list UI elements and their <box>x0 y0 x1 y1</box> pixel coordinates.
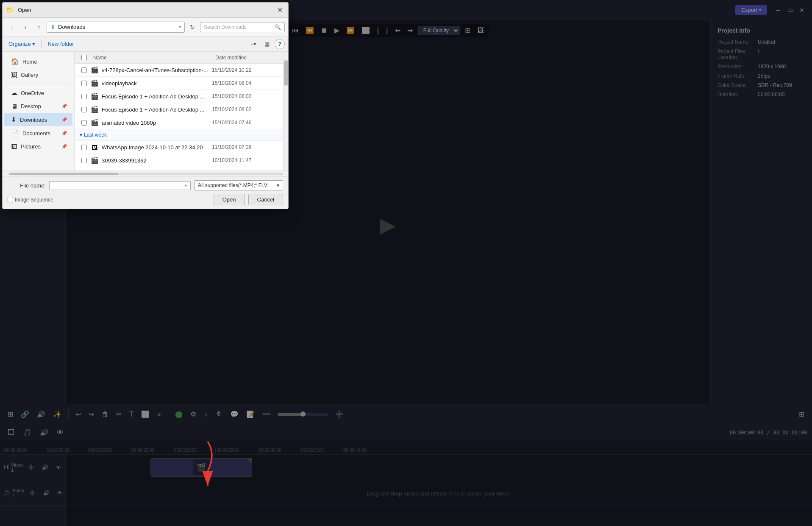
lw-checkbox-1[interactable] <box>81 158 87 163</box>
lw-file-icon-1: 🎬 <box>90 156 99 165</box>
cancel-button[interactable]: Cancel <box>248 194 283 205</box>
file-row-lw[interactable]: 🖼 WhatsApp Image 2024-10-10 at 22.34.20 … <box>75 141 283 154</box>
file-checkbox-2[interactable] <box>78 94 90 99</box>
header-name[interactable]: Name <box>90 52 212 63</box>
sidebar-item-onedrive[interactable]: ☁OneDrive <box>4 87 72 99</box>
checkbox-4[interactable] <box>81 120 87 126</box>
file-row[interactable]: 🎬 Focus Episode 1 + Addition Ad Desktop … <box>75 90 283 103</box>
sidebar-item-label: Home <box>22 59 37 65</box>
address-path[interactable]: ⬇ Downloads ▾ <box>47 22 185 33</box>
back-button[interactable]: ‹ <box>6 21 18 33</box>
sidebar-item-desktop[interactable]: 🖥Desktop📌 <box>4 100 72 112</box>
documents-icon: 📄 <box>11 129 19 137</box>
checkbox-0[interactable] <box>81 67 87 73</box>
lw-file-checkbox-1[interactable] <box>78 158 90 163</box>
file-name-chevron: ▾ <box>185 183 187 188</box>
sidebar-item-label: Gallery <box>21 72 38 78</box>
pin-icon: 📌 <box>61 131 67 136</box>
dialog-sidebar: 🏠Home🖼Gallery☁OneDrive🖥Desktop📌⬇Download… <box>3 52 75 171</box>
addr-path-chevron: ▾ <box>179 25 181 29</box>
file-checkbox-3[interactable] <box>78 107 90 112</box>
sidebar-item-label: OneDrive <box>21 90 44 96</box>
pane-toggle-btn[interactable]: ▦ <box>261 38 273 50</box>
lw-file-checkbox-0[interactable] <box>78 145 90 150</box>
file-row[interactable]: 🎬 Focus Episode 1 + Addition Ad Desktop … <box>75 103 283 116</box>
vertical-scrollbar[interactable] <box>283 52 288 171</box>
file-name-2: Focus Episode 1 + Addition Ad Desktop ..… <box>102 93 212 100</box>
help-button[interactable]: ? <box>275 39 285 49</box>
open-button[interactable]: Open <box>214 194 245 205</box>
sidebar-item-downloads[interactable]: ⬇Downloads📌 <box>4 113 72 126</box>
dialog-title-icon: 📁 <box>6 6 14 14</box>
section-chevron: ▾ <box>80 132 82 138</box>
sidebar-item-pictures[interactable]: 🖼Pictures📌 <box>4 140 72 153</box>
file-icon-3: 🎬 <box>90 105 99 114</box>
checkbox-1[interactable] <box>81 81 87 86</box>
sidebar-item-label: Documents <box>22 130 50 137</box>
lw-file-icon-0: 🖼 <box>90 143 99 152</box>
section-label: Last week <box>84 132 107 138</box>
sidebar-item-home[interactable]: 🏠Home <box>4 55 72 68</box>
dialog-overlay: 📁 Open ✕ ‹ › ↑ ⬇ Downloads ▾ ↻ Search Do… <box>0 0 812 526</box>
scrollbar-thumb[interactable] <box>284 60 288 86</box>
file-checkbox-1[interactable] <box>78 81 90 86</box>
header-date[interactable]: Date modified <box>212 52 280 63</box>
filelist-scroll[interactable]: 🎬 v4-728px-Cancel-an-iTunes-Subscription… <box>75 64 283 171</box>
dialog-title-text: Open <box>18 7 271 13</box>
refresh-button[interactable]: ↻ <box>186 21 198 33</box>
file-row[interactable]: 🎬 animated video 1080p 15/10/2024 07:46 <box>75 116 283 129</box>
image-sequence-checkbox[interactable]: Image Sequence <box>8 197 53 203</box>
pin-icon: 📌 <box>61 144 67 149</box>
file-checkbox-4[interactable] <box>78 120 90 126</box>
new-folder-button[interactable]: New folder <box>45 40 76 48</box>
file-name-0: v4-728px-Cancel-an-iTunes-Subscription-.… <box>102 67 212 73</box>
toolbar-right: ≡▾ ▦ ? <box>247 38 285 50</box>
file-row[interactable]: 🎬 v4-728px-Cancel-an-iTunes-Subscription… <box>75 64 283 77</box>
pin-icon: 📌 <box>61 117 67 123</box>
sidebar-item-gallery[interactable]: 🖼Gallery <box>4 69 72 81</box>
h-scrollbar-track[interactable] <box>10 173 281 175</box>
sidebar-divider <box>6 84 71 84</box>
select-all-checkbox[interactable] <box>81 55 87 60</box>
dialog-addressbar: ‹ › ↑ ⬇ Downloads ▾ ↻ Search Downloads 🔍 <box>3 18 288 36</box>
dialog-footer: File name: ▾ All supported files(*.MP4;*… <box>3 176 288 209</box>
sidebar-item-documents[interactable]: 📄Documents📌 <box>4 127 72 140</box>
dialog-body: 🏠Home🖼Gallery☁OneDrive🖥Desktop📌⬇Download… <box>3 52 288 171</box>
checkbox-2[interactable] <box>81 94 87 99</box>
h-scroll-right[interactable]: › <box>281 171 282 176</box>
search-box[interactable]: Search Downloads 🔍 <box>200 22 285 32</box>
up-button[interactable]: ↑ <box>33 21 45 33</box>
view-options-btn[interactable]: ≡▾ <box>247 38 259 50</box>
horizontal-scrollbar[interactable]: ‹ › <box>3 171 288 176</box>
forward-button[interactable]: › <box>19 21 31 33</box>
section-last-week[interactable]: ▾ Last week <box>75 129 283 141</box>
image-sequence-label: Image Sequence <box>15 197 53 203</box>
file-date-0: 15/10/2024 10:22 <box>212 67 280 73</box>
organize-button[interactable]: Organize ▾ <box>6 40 38 48</box>
file-name-3: Focus Episode 1 + Addition Ad Desktop ..… <box>102 106 212 113</box>
lw-file-name-0: WhatsApp Image 2024-10-10 at 22.34.20 <box>102 144 212 151</box>
image-sequence-check[interactable] <box>8 197 13 202</box>
sidebar-item-label: Desktop <box>21 103 41 109</box>
dialog-toolbar: Organize ▾ New folder ≡▾ ▦ ? <box>3 36 288 52</box>
file-type-arrow: ▾ <box>277 182 279 188</box>
file-row[interactable]: 🎬 videoplayback 15/10/2024 08:04 <box>75 77 283 90</box>
lw-checkbox-0[interactable] <box>81 145 87 150</box>
file-name-1: videoplayback <box>102 80 212 87</box>
file-date-2: 15/10/2024 08:02 <box>212 93 280 99</box>
file-type-select[interactable]: All supported files(*.MP4;*.FLV; ▾ <box>194 180 283 190</box>
desktop-icon: 🖥 <box>11 103 17 110</box>
file-name-input[interactable]: ▾ <box>49 181 191 190</box>
checkbox-3[interactable] <box>81 107 87 112</box>
file-checkbox-0[interactable] <box>78 67 90 73</box>
footer-row2: Image Sequence Open Cancel <box>8 194 283 205</box>
file-row-lw[interactable]: 🎬 30939-383991362 10/10/2024 11:47 <box>75 154 283 167</box>
file-name-4: animated video 1080p <box>102 120 212 126</box>
open-dialog: 📁 Open ✕ ‹ › ↑ ⬇ Downloads ▾ ↻ Search Do… <box>2 2 289 209</box>
h-scrollbar-thumb[interactable] <box>10 173 118 175</box>
addr-path-text: Downloads <box>58 24 176 30</box>
home-icon: 🏠 <box>11 58 19 65</box>
sidebar-item-label: Downloads <box>20 117 47 123</box>
dialog-close-button[interactable]: ✕ <box>275 5 285 15</box>
search-placeholder: Search Downloads <box>204 24 272 30</box>
